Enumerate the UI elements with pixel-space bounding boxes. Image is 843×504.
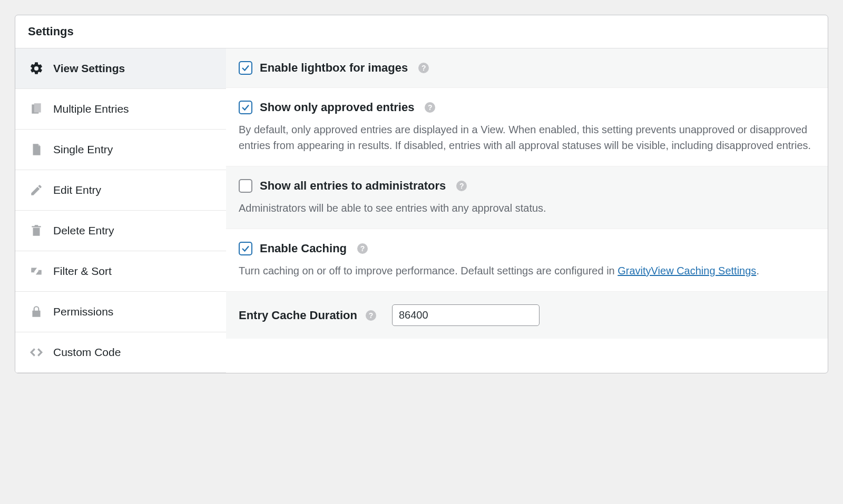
checkbox-approved[interactable] <box>239 101 252 114</box>
setting-approved: Show only approved entries ? By default,… <box>226 88 828 166</box>
page-icon <box>29 142 44 157</box>
sidebar-item-label: Permissions <box>53 305 113 318</box>
sidebar-item-permissions[interactable]: Permissions <box>15 292 226 332</box>
setting-lightbox: Enable lightbox for images ? <box>226 48 828 88</box>
copies-icon <box>29 102 44 116</box>
help-icon[interactable]: ? <box>357 243 368 254</box>
settings-content: Enable lightbox for images ? Show only a… <box>226 48 828 373</box>
checkbox-lightbox[interactable] <box>239 61 252 75</box>
checkbox-show-all-admin[interactable] <box>239 179 252 193</box>
setting-caching: Enable Caching ? Turn caching on or off … <box>226 229 828 292</box>
label-approved: Show only approved entries <box>260 101 414 114</box>
panel-title: Settings <box>15 15 828 48</box>
label-show-all-admin: Show all entries to administrators <box>260 179 446 193</box>
panel-body: View Settings Multiple Entries Single En… <box>15 48 828 373</box>
help-icon[interactable]: ? <box>456 181 467 191</box>
desc-approved: By default, only approved entries are di… <box>239 122 815 153</box>
help-icon[interactable]: ? <box>425 102 435 113</box>
sidebar-item-edit-entry[interactable]: Edit Entry <box>15 170 226 211</box>
sidebar-item-custom-code[interactable]: Custom Code <box>15 332 226 373</box>
label-cache-duration: Entry Cache Duration <box>239 309 357 322</box>
setting-show-all-admin: Show all entries to administrators ? Adm… <box>226 166 828 229</box>
sort-icon <box>29 264 44 279</box>
sidebar-item-label: Multiple Entries <box>53 103 129 115</box>
sidebar-item-multiple-entries[interactable]: Multiple Entries <box>15 89 226 130</box>
code-icon <box>29 345 44 360</box>
sidebar-item-label: Delete Entry <box>53 224 114 237</box>
help-icon[interactable]: ? <box>418 63 429 73</box>
lock-icon <box>29 304 44 319</box>
sidebar-item-filter-sort[interactable]: Filter & Sort <box>15 251 226 292</box>
sidebar-item-label: Custom Code <box>53 346 121 359</box>
checkbox-caching[interactable] <box>239 242 252 255</box>
desc-show-all-admin: Administrators will be able to see entri… <box>239 200 815 216</box>
caching-settings-link[interactable]: GravityView Caching Settings <box>617 265 756 276</box>
settings-panel: Settings View Settings Multiple Entries … <box>15 15 828 373</box>
gear-icon <box>29 61 44 76</box>
setting-cache-duration: Entry Cache Duration ? <box>226 292 828 339</box>
sidebar-item-label: Filter & Sort <box>53 265 112 278</box>
pencil-icon <box>29 183 44 197</box>
desc-caching: Turn caching on or off to improve perfor… <box>239 263 815 279</box>
sidebar-item-label: Edit Entry <box>53 184 101 196</box>
trash-icon <box>29 223 44 238</box>
svg-rect-1 <box>34 103 41 112</box>
sidebar-item-label: View Settings <box>53 62 125 75</box>
sidebar-item-view-settings[interactable]: View Settings <box>15 48 226 89</box>
sidebar-item-single-entry[interactable]: Single Entry <box>15 130 226 170</box>
sidebar-item-delete-entry[interactable]: Delete Entry <box>15 211 226 251</box>
settings-sidebar: View Settings Multiple Entries Single En… <box>15 48 226 373</box>
label-caching: Enable Caching <box>260 242 347 255</box>
input-cache-duration[interactable] <box>392 304 540 326</box>
help-icon[interactable]: ? <box>366 310 376 321</box>
sidebar-item-label: Single Entry <box>53 143 113 156</box>
label-lightbox: Enable lightbox for images <box>260 61 408 75</box>
